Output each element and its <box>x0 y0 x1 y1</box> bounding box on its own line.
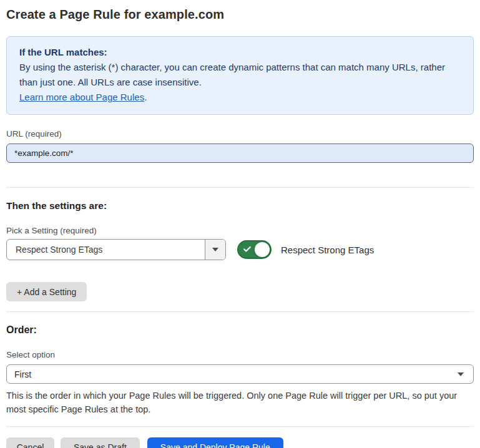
order-select-value: First <box>7 369 458 379</box>
learn-more-link[interactable]: Learn more about Page Rules <box>19 92 144 102</box>
setting-select-arrow-button[interactable] <box>205 240 225 260</box>
select-option-label: Select option <box>6 350 474 359</box>
check-icon <box>243 245 252 253</box>
divider <box>6 311 474 312</box>
link-suffix: . <box>144 92 147 102</box>
order-select[interactable]: First <box>6 364 474 384</box>
footer-buttons: Cancel Save as Draft Save and Deploy Pag… <box>6 437 474 448</box>
page-title: Create a Page Rule for example.com <box>6 7 474 22</box>
toggle-knob <box>255 242 270 257</box>
url-match-info-box: If the URL matches: By using the asteris… <box>6 36 474 115</box>
save-as-draft-button[interactable]: Save as Draft <box>61 437 140 448</box>
order-select-caret-wrap <box>458 373 473 376</box>
toggle-label: Respect Strong ETags <box>281 245 374 255</box>
order-help-text: This is the order in which your Page Rul… <box>6 389 474 416</box>
setting-select[interactable]: Respect Strong ETags <box>6 239 226 260</box>
setting-row: Respect Strong ETags Respect Strong ETag… <box>6 239 474 260</box>
respect-strong-etags-toggle[interactable] <box>237 240 272 259</box>
settings-section-heading: Then the settings are: <box>6 200 474 212</box>
create-page-rule-form: Create a Page Rule for example.com If th… <box>0 0 480 448</box>
pick-setting-label: Pick a Setting (required) <box>6 226 474 235</box>
info-box-body: By using the asterisk (*) character, you… <box>19 60 461 90</box>
divider <box>6 187 474 188</box>
chevron-down-icon <box>458 373 464 376</box>
info-box-heading: If the URL matches: <box>19 45 461 60</box>
divider <box>6 426 474 427</box>
info-box-link-line: Learn more about Page Rules. <box>19 90 461 105</box>
order-section-heading: Order: <box>6 324 474 336</box>
save-and-deploy-button[interactable]: Save and Deploy Page Rule <box>147 437 283 448</box>
setting-select-value: Respect Strong ETags <box>7 240 205 260</box>
url-input[interactable] <box>6 144 474 163</box>
add-setting-button[interactable]: + Add a Setting <box>6 282 87 301</box>
chevron-down-icon <box>212 248 218 251</box>
cancel-button[interactable]: Cancel <box>6 437 54 448</box>
url-field-label: URL (required) <box>6 129 474 139</box>
